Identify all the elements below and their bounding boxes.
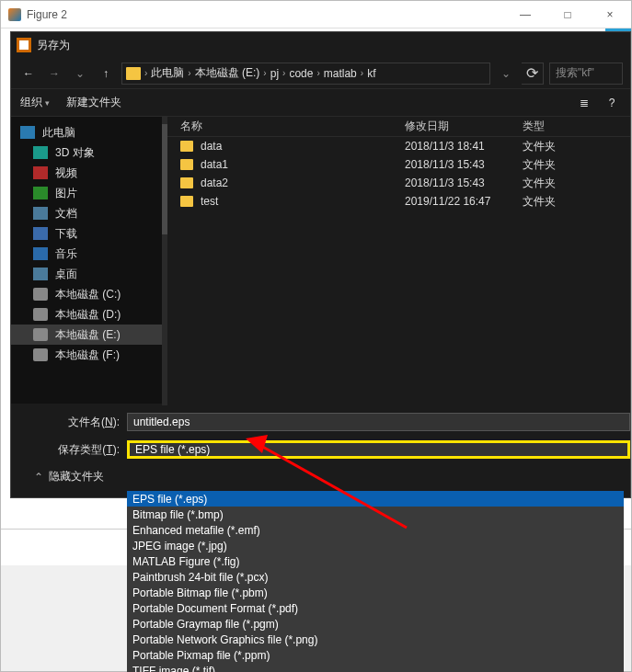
- crumb-kf[interactable]: kf: [367, 67, 375, 80]
- sidebar-item-label: 桌面: [55, 267, 77, 282]
- col-type[interactable]: 类型: [523, 119, 630, 134]
- filetype-option[interactable]: TIFF image (*.tif): [127, 663, 624, 672]
- file-type: 文件夹: [523, 139, 630, 154]
- sb-disk-icon: [33, 348, 48, 361]
- hide-folders-button[interactable]: 隐藏文件夹: [34, 469, 104, 484]
- folder-icon: [180, 177, 193, 188]
- sb-desk-icon: [33, 268, 48, 280]
- newfolder-button[interactable]: 新建文件夹: [66, 95, 121, 110]
- sb-music-icon: [33, 247, 48, 260]
- folder-icon: [180, 159, 193, 170]
- view-icon[interactable]: ≣: [575, 94, 593, 112]
- file-name: data2: [201, 177, 228, 189]
- sidebar-item-label: 下载: [55, 226, 77, 242]
- col-name[interactable]: 名称: [167, 119, 405, 134]
- file-row[interactable]: data12018/11/3 15:43文件夹: [167, 155, 630, 174]
- crumb-code[interactable]: code: [289, 67, 313, 80]
- main-area: 此电脑3D 对象视频图片文档下载音乐桌面本地磁盘 (C:)本地磁盘 (D:)本地…: [11, 117, 630, 404]
- sb-disk-icon: [33, 288, 48, 301]
- filetype-option[interactable]: Bitmap file (*.bmp): [127, 507, 624, 522]
- sidebar-scroll-thumb[interactable]: [162, 124, 167, 234]
- sidebar-item-label: 此电脑: [42, 125, 75, 141]
- file-row[interactable]: test2019/11/22 16:47文件夹: [167, 192, 630, 211]
- filetype-option[interactable]: MATLAB Figure (*.fig): [127, 553, 624, 569]
- chevron-right-icon: ›: [263, 68, 266, 78]
- crumb-drive[interactable]: 本地磁盘 (E:): [195, 65, 260, 81]
- maximize-button[interactable]: □: [546, 1, 589, 28]
- sidebar-item[interactable]: 文档: [11, 203, 167, 223]
- file-name: test: [201, 195, 218, 208]
- file-row[interactable]: data22018/11/3 15:43文件夹: [167, 174, 630, 192]
- matlab-icon: [8, 8, 21, 21]
- sidebar-item[interactable]: 视频: [11, 163, 167, 183]
- sb-doc-icon: [33, 207, 48, 220]
- col-date[interactable]: 修改日期: [405, 119, 523, 134]
- filetype-option[interactable]: Enhanced metafile (*.emf): [127, 522, 624, 538]
- sidebar-item[interactable]: 下载: [11, 223, 167, 244]
- sb-3d-icon: [33, 146, 48, 159]
- filetype-option[interactable]: Portable Graymap file (*.pgm): [127, 616, 624, 632]
- file-date: 2018/11/3 15:43: [405, 177, 523, 189]
- search-input[interactable]: 搜索"kf": [549, 63, 623, 85]
- back-button[interactable]: ←: [18, 63, 39, 84]
- saveas-titlebar: 另存为: [11, 32, 630, 58]
- sb-disk-icon: [33, 328, 48, 341]
- file-row[interactable]: data2018/11/3 18:41文件夹: [167, 137, 630, 155]
- filetype-option[interactable]: Portable Document Format (*.pdf): [127, 600, 624, 616]
- crumb-pc[interactable]: 此电脑: [151, 65, 184, 81]
- column-headers: 名称 修改日期 类型: [167, 117, 630, 137]
- saveas-title: 另存为: [37, 38, 70, 53]
- sidebar: 此电脑3D 对象视频图片文档下载音乐桌面本地磁盘 (C:)本地磁盘 (D:)本地…: [11, 117, 167, 404]
- figure-title-text: Figure 2: [27, 8, 67, 21]
- breadcrumb[interactable]: › 此电脑 › 本地磁盘 (E:) › pj › code › matlab ›…: [121, 63, 490, 85]
- organize-button[interactable]: 组织: [20, 95, 50, 110]
- sidebar-item-label: 3D 对象: [55, 145, 95, 161]
- file-content: 名称 修改日期 类型 data2018/11/3 18:41文件夹data120…: [167, 117, 630, 404]
- file-list: data2018/11/3 18:41文件夹data12018/11/3 15:…: [167, 137, 630, 211]
- breadcrumb-dropdown-icon[interactable]: ⌄: [496, 63, 516, 84]
- sidebar-item[interactable]: 3D 对象: [11, 142, 167, 163]
- file-name: data1: [201, 158, 228, 171]
- filename-input[interactable]: untitled.eps: [127, 413, 630, 431]
- help-icon[interactable]: ?: [603, 94, 621, 112]
- sidebar-item-label: 图片: [55, 186, 77, 201]
- address-row: ← → ⌄ ↑ › 此电脑 › 本地磁盘 (E:) › pj › code › …: [11, 58, 630, 89]
- file-name: data: [201, 140, 222, 153]
- folder-icon: [126, 67, 141, 80]
- minimize-button[interactable]: —: [504, 1, 546, 28]
- figure-titlebar: Figure 2 — □ ×: [1, 1, 631, 28]
- chevron-right-icon: ›: [316, 68, 319, 78]
- filetype-combo[interactable]: EPS file (*.eps): [127, 440, 630, 459]
- bottom-panel: 文件名(N): untitled.eps 保存类型(T): EPS file (…: [11, 404, 630, 497]
- sidebar-item-label: 视频: [55, 165, 77, 181]
- recent-dropdown-icon[interactable]: ⌄: [70, 63, 90, 84]
- filename-row: 文件名(N): untitled.eps: [11, 411, 630, 433]
- sidebar-item[interactable]: 音乐: [11, 244, 167, 264]
- refresh-button[interactable]: ⟳: [522, 63, 544, 85]
- sidebar-item-label: 本地磁盘 (F:): [55, 347, 120, 363]
- up-button[interactable]: ↑: [96, 63, 116, 84]
- sidebar-item[interactable]: 本地磁盘 (F:): [11, 345, 167, 365]
- file-date: 2018/11/3 15:43: [405, 158, 523, 171]
- crumb-matlab[interactable]: matlab: [324, 67, 357, 80]
- filetype-option[interactable]: Portable Bitmap file (*.pbm): [127, 585, 624, 600]
- sidebar-item[interactable]: 本地磁盘 (D:): [11, 304, 167, 325]
- close-button[interactable]: ×: [589, 1, 631, 28]
- file-date: 2018/11/3 18:41: [405, 140, 523, 153]
- filetype-option[interactable]: EPS file (*.eps): [127, 491, 624, 507]
- filetype-option[interactable]: Portable Network Graphics file (*.png): [127, 632, 624, 647]
- sidebar-item-label: 音乐: [55, 246, 77, 262]
- sidebar-item[interactable]: 此电脑: [11, 122, 167, 142]
- saveas-dialog: 另存为 ← → ⌄ ↑ › 此电脑 › 本地磁盘 (E:) › pj › cod…: [10, 31, 631, 498]
- filetype-option[interactable]: JPEG image (*.jpg): [127, 538, 624, 553]
- forward-button[interactable]: →: [44, 63, 64, 84]
- filetype-option[interactable]: Paintbrush 24-bit file (*.pcx): [127, 569, 624, 585]
- sidebar-item[interactable]: 本地磁盘 (E:): [11, 325, 167, 345]
- sidebar-item[interactable]: 本地磁盘 (C:): [11, 284, 167, 304]
- folder-icon: [180, 141, 193, 152]
- filetype-option[interactable]: Portable Pixmap file (*.ppm): [127, 647, 624, 663]
- sidebar-item-label: 本地磁盘 (E:): [55, 327, 121, 343]
- sidebar-item[interactable]: 桌面: [11, 264, 167, 284]
- crumb-pj[interactable]: pj: [270, 67, 279, 80]
- sidebar-item[interactable]: 图片: [11, 183, 167, 203]
